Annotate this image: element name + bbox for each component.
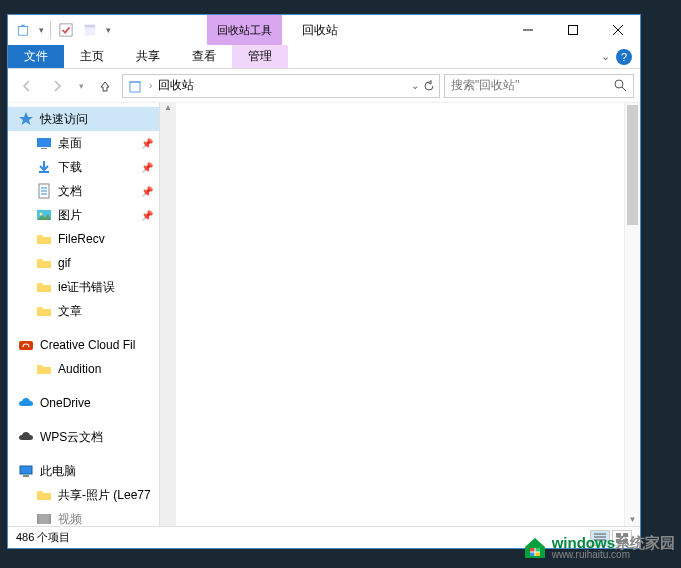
- ribbon-tabs: 文件 主页 共享 查看 管理 ⌄ ?: [8, 45, 640, 69]
- svg-rect-8: [130, 82, 140, 92]
- contextual-tab-label: 回收站工具: [217, 23, 272, 38]
- creative-cloud-icon: [18, 337, 34, 353]
- address-bar-right: ⌄: [411, 80, 435, 92]
- ribbon-expand-icon[interactable]: ⌄: [601, 50, 610, 63]
- this-pc-icon: [18, 463, 34, 479]
- sidebar-item-label: 快速访问: [40, 111, 88, 128]
- chevron-down-icon[interactable]: ▾: [36, 19, 46, 41]
- contextual-tab-recycle-tools[interactable]: 回收站工具: [207, 15, 282, 45]
- folder-icon: [36, 231, 52, 247]
- sidebar-item-wps[interactable]: WPS云文档: [8, 425, 159, 449]
- minimize-button[interactable]: [505, 15, 550, 45]
- back-button[interactable]: [14, 73, 40, 99]
- refresh-icon[interactable]: [423, 80, 435, 92]
- ribbon-tab-view[interactable]: 查看: [176, 45, 232, 68]
- svg-line-10: [622, 87, 626, 91]
- sidebar-item-label: OneDrive: [40, 396, 91, 410]
- sidebar-item-onedrive[interactable]: OneDrive: [8, 391, 159, 415]
- ribbon-tab-label: 文件: [24, 48, 48, 65]
- sidebar-item-desktop[interactable]: 桌面 📌: [8, 131, 159, 155]
- svg-rect-20: [19, 341, 33, 350]
- scrollbar-thumb[interactable]: [627, 105, 638, 225]
- svg-rect-34: [530, 548, 535, 552]
- svg-rect-5: [568, 26, 577, 35]
- sidebar-item-label: 文档: [58, 183, 82, 200]
- explorer-body: 快速访问 桌面 📌 下载 📌 文档 📌: [8, 103, 640, 526]
- sidebar-item-articles[interactable]: 文章: [8, 299, 159, 323]
- up-button[interactable]: [92, 73, 118, 99]
- window-title-text: 回收站: [302, 22, 338, 39]
- ribbon-tab-home[interactable]: 主页: [64, 45, 120, 68]
- ribbon-right-controls: ⌄ ?: [601, 45, 640, 68]
- pin-icon: 📌: [141, 210, 153, 221]
- sidebar-item-audition[interactable]: Audition: [8, 357, 159, 381]
- sidebar-item-gif[interactable]: gif: [8, 251, 159, 275]
- sidebar-item-label: FileRecv: [58, 232, 105, 246]
- download-icon: [36, 159, 52, 175]
- new-folder-icon[interactable]: [79, 19, 101, 41]
- file-explorer-window: ▾ ▾ 回收站工具 回收站: [7, 14, 641, 549]
- sidebar-item-label: gif: [58, 256, 71, 270]
- svg-rect-3: [85, 25, 96, 28]
- svg-point-9: [615, 80, 623, 88]
- video-icon: [36, 511, 52, 526]
- address-bar[interactable]: › 回收站 ⌄: [122, 74, 440, 98]
- chevron-down-icon[interactable]: ▾: [103, 19, 113, 41]
- forward-button[interactable]: [44, 73, 70, 99]
- document-icon: [36, 183, 52, 199]
- sidebar-item-label: Audition: [58, 362, 101, 376]
- sidebar-scrollbar[interactable]: ▲: [160, 103, 176, 526]
- recent-locations-button[interactable]: ▾: [74, 73, 88, 99]
- address-dropdown-icon[interactable]: ⌄: [411, 80, 419, 91]
- help-icon[interactable]: ?: [616, 49, 632, 65]
- contextual-tab-group: 回收站工具: [207, 15, 282, 45]
- sidebar-item-creative-cloud[interactable]: Creative Cloud Fil: [8, 333, 159, 357]
- sidebar-item-label: Creative Cloud Fil: [40, 338, 135, 352]
- ribbon-tab-label: 主页: [80, 48, 104, 65]
- navigation-bar: ▾ › 回收站 ⌄ 搜索"回收站": [8, 69, 640, 103]
- search-box[interactable]: 搜索"回收站": [444, 74, 634, 98]
- search-icon[interactable]: [614, 79, 627, 92]
- svg-rect-11: [37, 138, 51, 147]
- navigation-pane: 快速访问 桌面 📌 下载 📌 文档 📌: [8, 103, 160, 526]
- svg-rect-1: [60, 24, 72, 36]
- recycle-bin-icon[interactable]: [12, 19, 34, 41]
- wps-cloud-icon: [18, 429, 34, 445]
- folder-icon: [36, 303, 52, 319]
- sidebar-item-label: 桌面: [58, 135, 82, 152]
- sidebar-item-filerecv[interactable]: FileRecv: [8, 227, 159, 251]
- sidebar-item-quick-access[interactable]: 快速访问: [8, 107, 159, 131]
- maximize-button[interactable]: [550, 15, 595, 45]
- sidebar-item-shared-photos[interactable]: 共享-照片 (Lee77: [8, 483, 159, 507]
- ribbon-tab-manage[interactable]: 管理: [232, 45, 288, 68]
- sidebar-item-documents[interactable]: 文档 📌: [8, 179, 159, 203]
- sidebar-item-pictures[interactable]: 图片 📌: [8, 203, 159, 227]
- svg-rect-23: [37, 514, 51, 524]
- svg-rect-12: [41, 148, 47, 149]
- breadcrumb-separator: ›: [149, 80, 152, 91]
- search-placeholder: 搜索"回收站": [451, 77, 520, 94]
- picture-icon: [36, 207, 52, 223]
- watermark-line1b: 系统家园: [615, 534, 675, 551]
- window-controls: [505, 15, 640, 45]
- svg-rect-37: [535, 553, 540, 557]
- nav-tree: 快速访问 桌面 📌 下载 📌 文档 📌: [8, 103, 159, 526]
- desktop-icon: [36, 135, 52, 151]
- ribbon-tab-file[interactable]: 文件: [8, 45, 64, 68]
- properties-checkbox-icon[interactable]: [55, 19, 77, 41]
- qat-separator: [50, 21, 51, 39]
- ribbon-tab-share[interactable]: 共享: [120, 45, 176, 68]
- file-list-empty[interactable]: [176, 103, 624, 526]
- sidebar-item-videos[interactable]: 视频: [8, 507, 159, 526]
- sidebar-item-ie-cert-error[interactable]: ie证书错误: [8, 275, 159, 299]
- pin-icon: 📌: [141, 186, 153, 197]
- close-button[interactable]: [595, 15, 640, 45]
- breadcrumb-location[interactable]: 回收站: [158, 77, 194, 94]
- sidebar-item-downloads[interactable]: 下载 📌: [8, 155, 159, 179]
- folder-icon: [36, 487, 52, 503]
- sidebar-item-this-pc[interactable]: 此电脑: [8, 459, 159, 483]
- sidebar-item-label: ie证书错误: [58, 279, 115, 296]
- folder-icon: [36, 361, 52, 377]
- sidebar-item-label: WPS云文档: [40, 429, 103, 446]
- content-scrollbar[interactable]: ▼: [624, 103, 640, 526]
